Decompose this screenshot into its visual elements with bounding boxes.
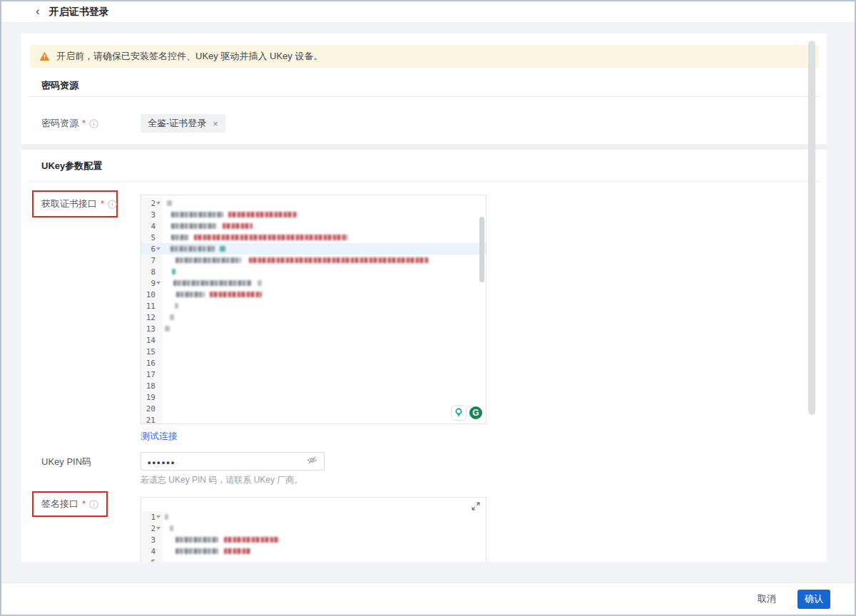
editor-scrollbar-thumb[interactable] — [479, 217, 484, 282]
code-line-content — [163, 312, 486, 323]
fold-gutter — [156, 403, 162, 414]
line-number: 12 — [146, 313, 156, 322]
field-label-sign-api: 签名接口 * — [41, 498, 98, 510]
info-icon[interactable] — [89, 500, 98, 509]
required-asterisk: * — [82, 118, 86, 129]
redacted-code-segment — [171, 223, 217, 229]
code-line-content — [163, 334, 486, 346]
code-line-content — [163, 557, 486, 562]
code-line-content — [163, 511, 486, 523]
confirm-button[interactable]: 确认 — [798, 590, 830, 609]
code-line-content — [163, 534, 486, 545]
code-line-content — [163, 369, 486, 380]
code-line-content — [163, 414, 486, 424]
fold-gutter — [156, 357, 162, 369]
pin-masked-value: •••••• — [148, 458, 307, 467]
line-number: 3 — [151, 535, 156, 545]
line-number: 20 — [146, 404, 156, 414]
line-number: 18 — [146, 381, 156, 391]
code-line-17: 17 — [141, 369, 486, 380]
line-number: 2 — [151, 524, 156, 533]
code-line-11: 11 — [141, 300, 486, 312]
line-number: 5 — [151, 233, 156, 242]
redacted-code-segment — [223, 223, 253, 229]
redacted-code-segment — [165, 514, 168, 520]
code-line-content — [163, 300, 486, 312]
field-label-text: UKey PIN码 — [41, 456, 91, 468]
redacted-code-segment — [224, 548, 251, 554]
warning-triangle-icon — [39, 51, 50, 61]
tag-label: 全鉴-证书登录 — [148, 117, 206, 130]
required-asterisk: * — [82, 498, 86, 510]
redacted-code-segment — [249, 257, 429, 263]
lightbulb-suggestion-icon[interactable] — [451, 405, 467, 421]
divider — [29, 181, 820, 182]
code-line-6: 6 — [141, 243, 486, 255]
cancel-button[interactable]: 取消 — [753, 590, 780, 608]
field-label-cert-api: 获取证书接口 * — [41, 198, 117, 210]
line-number: 8 — [151, 267, 156, 277]
fold-chevron-icon[interactable] — [156, 511, 162, 523]
page-scrollbar-thumb[interactable] — [808, 41, 815, 415]
field-label-password-resource: 密码资源 * — [41, 118, 98, 129]
fold-gutter — [156, 289, 162, 300]
line-number: 14 — [146, 336, 156, 345]
redacted-code-segment — [175, 548, 218, 554]
code-line-content — [163, 197, 486, 209]
redacted-code-segment — [175, 303, 178, 309]
content-viewport: 开启前，请确保已安装签名控件、UKey 驱动并插入 UKey 设备。 密码资源 … — [1, 23, 855, 584]
code-line-content — [163, 545, 486, 557]
redacted-code-segment — [170, 314, 174, 320]
code-line-20: 20 — [141, 403, 486, 414]
line-number: 19 — [146, 393, 156, 402]
pin-hint-text: 若遗忘 UKey PIN 码，请联系 UKey 厂商。 — [141, 474, 302, 486]
fold-gutter — [156, 209, 162, 220]
line-number: 17 — [146, 370, 156, 379]
page-title: 开启证书登录 — [49, 6, 109, 19]
fold-gutter — [156, 255, 162, 266]
test-connection-link[interactable]: 测试连接 — [141, 430, 178, 443]
code-line-4: 4 — [141, 545, 486, 557]
fold-chevron-icon[interactable] — [156, 243, 162, 255]
fold-chevron-icon[interactable] — [156, 197, 162, 209]
line-number: 4 — [151, 547, 156, 556]
code-line-5: 5 — [141, 232, 486, 243]
code-line-4: 4 — [141, 220, 486, 232]
field-label-text: 密码资源 — [41, 118, 78, 129]
eye-slash-icon[interactable] — [307, 455, 317, 468]
selected-resource-tag[interactable]: 全鉴-证书登录 × — [141, 114, 225, 133]
cert-api-code-editor[interactable]: 23456789101112131415161718192021 G — [141, 195, 486, 424]
info-icon[interactable] — [108, 200, 117, 209]
redacted-code-segment — [258, 280, 262, 286]
warning-banner-text: 开启前，请确保已安装签名控件、UKey 驱动并插入 UKey 设备。 — [56, 50, 322, 63]
grammarly-icon[interactable]: G — [468, 405, 484, 421]
line-number: 7 — [151, 256, 156, 265]
code-line-3: 3 — [141, 209, 486, 220]
fold-gutter — [156, 312, 162, 323]
line-number: 5 — [151, 558, 156, 563]
redacted-code-segment — [172, 269, 175, 274]
required-asterisk: * — [101, 198, 104, 210]
code-line-1: 1 — [141, 511, 486, 523]
code-line-15: 15 — [141, 346, 486, 357]
section-gap — [21, 144, 827, 150]
fold-gutter — [156, 220, 162, 232]
fold-gutter — [156, 391, 162, 403]
pin-password-input[interactable]: •••••• — [141, 452, 325, 471]
code-line-8: 8 — [141, 266, 486, 277]
back-chevron-icon[interactable]: ‹ — [36, 5, 40, 17]
fold-gutter — [156, 232, 162, 243]
line-number: 21 — [146, 416, 156, 425]
tag-close-icon[interactable]: × — [213, 118, 218, 129]
fold-chevron-icon[interactable] — [156, 523, 162, 534]
fold-chevron-icon[interactable] — [156, 277, 162, 289]
fold-gutter — [156, 346, 162, 357]
divider — [29, 96, 820, 97]
redacted-code-segment — [224, 537, 280, 543]
info-icon[interactable] — [89, 119, 98, 128]
sign-api-code-editor[interactable]: 123456 — [141, 497, 486, 562]
form-card: 开启前，请确保已安装签名控件、UKey 驱动并插入 UKey 设备。 密码资源 … — [21, 34, 827, 562]
line-number: 11 — [146, 302, 156, 311]
redacted-code-segment — [220, 246, 225, 252]
line-number: 1 — [151, 513, 156, 522]
